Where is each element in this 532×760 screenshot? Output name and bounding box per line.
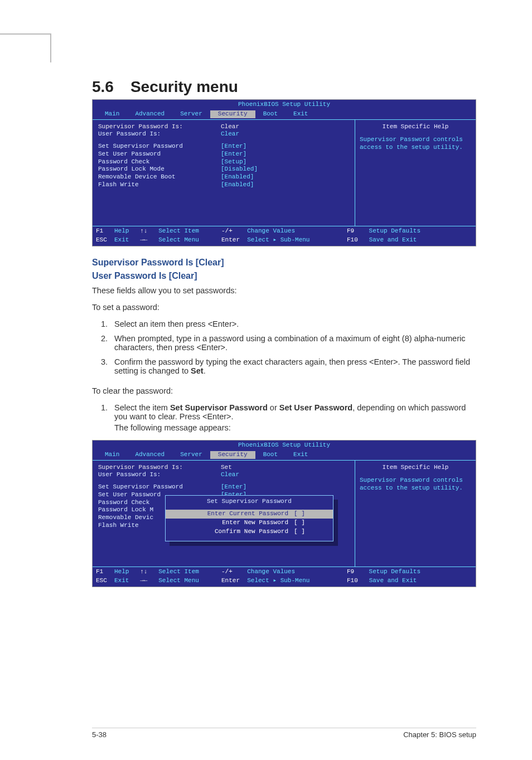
key-label: Select Menu (158, 236, 199, 243)
key-label: Select Item (158, 568, 199, 575)
bios-title: PhoenixBIOS Setup Utility (93, 100, 476, 109)
help-title: Item Specific Help (360, 464, 471, 472)
text-bold: Set (191, 366, 204, 375)
key: ↑↓ (140, 227, 147, 234)
subheading-1: Supervisor Password Is [Clear] (92, 256, 476, 269)
key-label: Select ▸ Sub-Menu (247, 577, 309, 584)
key: →← (140, 577, 147, 584)
row-label: Flash Write (98, 181, 221, 189)
row-value: [Disabled] (221, 166, 258, 173)
text: Select the item (114, 403, 170, 412)
bios-help-pane: Item Specific Help Supervisor Password c… (355, 461, 476, 567)
bios-title: PhoenixBIOS Setup Utility (93, 440, 476, 450)
menu-exit: Exit (286, 451, 316, 459)
menu-security: Security (210, 451, 255, 459)
key-label: Help (114, 568, 129, 575)
menu-main: Main (97, 451, 127, 459)
bios-settings-pane: Supervisor Password Is:Clear User Passwo… (93, 120, 355, 226)
row-value: [Enter] (221, 483, 246, 491)
key: ↑↓ (140, 568, 147, 575)
help-title: Item Specific Help (360, 123, 471, 131)
bios-screenshot-2: PhoenixBIOS Setup Utility Main Advanced … (92, 440, 476, 587)
text-bold: Set User Password (279, 403, 352, 412)
menu-exit: Exit (286, 110, 316, 118)
key-label: Change Values (247, 227, 295, 234)
text: or (268, 403, 279, 412)
key-label: Save and Exit (369, 236, 417, 243)
list-item: Select the item Set Supervisor Password … (110, 403, 476, 432)
row-label: User Password Is: (98, 471, 221, 479)
paragraph: To clear the password: (92, 386, 476, 395)
section-title-text: Security menu (130, 78, 238, 95)
list-item: Confirm the password by typing the exact… (110, 357, 476, 375)
key-label: Select Menu (158, 577, 199, 584)
key: -/+ (221, 227, 233, 234)
page-footer: 5-38 Chapter 5: BIOS setup (92, 728, 476, 739)
sub-paragraph: The following message appears: (114, 423, 476, 432)
row-label: Set Supervisor Password (98, 143, 221, 151)
popup-title: Set Supervisor Password (166, 498, 333, 506)
subheading-2: User Password Is [Clear] (92, 270, 476, 282)
row-value: [Enter] (221, 151, 246, 158)
bios-footer: F1 Help ↑↓ Select Item -/+ Change Values… (93, 567, 476, 578)
key: →← (140, 236, 147, 243)
text-bold: Set Supervisor Password (170, 403, 268, 412)
menu-advanced: Advanced (127, 110, 172, 118)
row-value: [Enabled] (221, 181, 254, 189)
popup-label: Confirm New Password (171, 528, 294, 536)
menu-server: Server (172, 451, 210, 459)
section-number: 5.6 (92, 78, 114, 95)
popup-value: [ ] (294, 519, 327, 527)
key: Enter (221, 577, 240, 584)
row-value: [Setup] (221, 158, 246, 166)
row-label: Password Lock Mode (98, 166, 221, 173)
key: -/+ (221, 568, 233, 575)
popup-value: [ ] (294, 510, 327, 518)
help-text: Supervisor Password controls access to t… (360, 477, 471, 492)
row-value: [Enabled] (221, 173, 254, 181)
menu-main: Main (97, 110, 127, 118)
list-item: Select an item then press <Enter>. (110, 320, 476, 328)
chapter-label: Chapter 5: BIOS setup (403, 730, 476, 739)
paragraph: To set a password: (92, 303, 476, 312)
bios-help-pane: Item Specific Help Supervisor Password c… (355, 120, 476, 226)
row-label: Set Supervisor Password (98, 483, 221, 491)
row-value: Clear (221, 471, 239, 479)
paragraph: These fields allow you to set passwords: (92, 286, 476, 295)
row-label: Password Check (98, 158, 221, 166)
key: F10 (347, 236, 358, 243)
row-value: Clear (221, 130, 239, 138)
key: ESC (96, 577, 107, 584)
section-heading: 5.6Security menu (92, 78, 476, 96)
row-value: Clear (221, 123, 239, 131)
key-label: Change Values (247, 568, 295, 575)
menu-boot: Boot (255, 110, 286, 118)
password-popup: Set Supervisor Password Enter Current Pa… (165, 495, 333, 541)
key: F9 (347, 568, 354, 575)
key: Enter (221, 236, 240, 243)
bios-screenshot-1: PhoenixBIOS Setup Utility Main Advanced … (92, 99, 476, 246)
row-label: Removable Device Boot (98, 173, 221, 181)
row-label: Set User Password (98, 151, 221, 158)
row-label: Supervisor Password Is: (98, 464, 221, 472)
row-value: [Enter] (221, 143, 246, 151)
page-corner-mark (0, 33, 51, 62)
key-label: Setup Defaults (369, 568, 420, 575)
key: F9 (347, 227, 354, 234)
key: F1 (96, 227, 103, 234)
popup-label: Enter Current Password (171, 510, 294, 518)
steps-set-password: Select an item then press <Enter>. When … (92, 320, 476, 375)
key: F1 (96, 568, 103, 575)
bios-menubar: Main Advanced Server Security Boot Exit (93, 109, 476, 119)
row-value: Set (221, 464, 232, 472)
row-label: User Password Is: (98, 130, 221, 138)
popup-label: Enter New Password (171, 519, 294, 527)
bios-footer-2: ESC Exit →← Select Menu Enter Select ▸ S… (93, 577, 476, 587)
popup-value: [ ] (294, 528, 327, 536)
menu-boot: Boot (255, 451, 286, 459)
bios-footer-2: ESC Exit →← Select Menu Enter Select ▸ S… (93, 236, 476, 246)
key: ESC (96, 236, 107, 243)
text: . (204, 366, 206, 375)
list-item: When prompted, type in a password using … (110, 334, 476, 352)
key-label: Exit (114, 236, 129, 243)
